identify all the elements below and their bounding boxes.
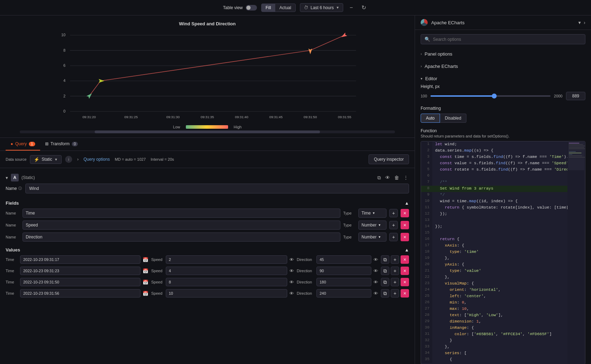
calendar-icon-3[interactable]: 📅 (142, 290, 149, 297)
time-input-wrap-0: 📅 (20, 255, 149, 264)
copy-row-1[interactable]: ⧉ (381, 267, 389, 275)
svg-rect-29 (569, 148, 585, 149)
copy-row-0[interactable]: ⧉ (381, 255, 389, 264)
table-view-switch[interactable] (246, 5, 257, 11)
svg-rect-34 (569, 157, 585, 158)
copy-icon[interactable]: ⧉ (377, 174, 382, 181)
copy-row-3[interactable]: ⧉ (381, 289, 389, 298)
del-field-speed[interactable]: × (401, 221, 409, 229)
panel-options-header[interactable]: › Panel options (415, 49, 591, 59)
type-select-time[interactable]: Time ▼ (358, 209, 386, 218)
speed-value-0[interactable] (166, 255, 288, 264)
editor-label: Editor (425, 76, 437, 81)
eye-dir-icon-0[interactable]: 👁 (373, 256, 379, 263)
add-field-direction[interactable]: + (389, 233, 398, 241)
slider-thumb[interactable] (492, 94, 497, 98)
del-row-3[interactable]: × (401, 289, 409, 298)
dropdown-chevron[interactable]: ▾ (578, 20, 581, 25)
add-row-1[interactable]: + (391, 267, 399, 275)
eye-icon[interactable]: 👁 (384, 174, 391, 181)
copy-row-2[interactable]: ⧉ (381, 278, 389, 286)
values-header[interactable]: Values ▲ (6, 244, 409, 255)
dir-value-0[interactable] (316, 255, 371, 264)
time-label-1: Time (6, 269, 18, 273)
svg-text:09:31:55: 09:31:55 (338, 115, 352, 119)
name-input[interactable] (25, 184, 409, 193)
del-row-2[interactable]: × (401, 278, 409, 286)
tab-query[interactable]: ● Query 1 (6, 138, 40, 151)
panel-close-button[interactable]: › (584, 20, 585, 25)
dir-value-3[interactable] (316, 289, 371, 298)
del-field-time[interactable]: × (401, 209, 409, 217)
auto-format-button[interactable]: Auto (421, 114, 440, 123)
options-search-input[interactable] (433, 37, 581, 42)
calendar-icon-0[interactable]: 📅 (142, 256, 149, 263)
time-value-2[interactable] (20, 278, 140, 286)
height-value-input[interactable] (566, 92, 585, 100)
calendar-icon-2[interactable]: 📅 (142, 279, 149, 286)
speed-value-1[interactable] (166, 267, 288, 275)
field-speed-input[interactable] (23, 221, 340, 230)
speed-label-3: Speed (151, 291, 164, 295)
fill-button[interactable]: Fill (262, 4, 275, 12)
editor-header[interactable]: ▾ Editor (415, 73, 591, 84)
type-select-direction[interactable]: Number ▼ (358, 232, 386, 242)
zoom-out-button[interactable]: − (347, 3, 355, 12)
delete-icon[interactable]: 🗑 (394, 174, 400, 181)
apache-echarts-chevron: › (421, 64, 422, 68)
add-field-speed[interactable]: + (389, 221, 398, 229)
refresh-button[interactable]: ↻ (359, 3, 368, 12)
time-range-picker[interactable]: ⏱ Last 6 hours ▼ (300, 3, 343, 12)
del-field-direction[interactable]: × (401, 233, 409, 241)
time-value-0[interactable] (20, 255, 140, 264)
expand-chevron[interactable]: › (76, 156, 80, 162)
formatting-buttons: Auto Disabled (421, 114, 585, 123)
info-button[interactable]: i (65, 156, 72, 163)
svg-text:4: 4 (63, 78, 65, 83)
field-time-input[interactable] (23, 209, 340, 218)
svg-rect-32 (569, 154, 572, 155)
actual-button[interactable]: Actual (275, 4, 295, 12)
eye-dir-icon-2[interactable]: 👁 (373, 279, 379, 286)
del-row-0[interactable]: × (401, 255, 409, 264)
speed-value-3[interactable] (166, 289, 288, 298)
chart-legend: Low High (6, 125, 409, 129)
time-value-1[interactable] (20, 267, 140, 275)
svg-rect-25 (569, 143, 579, 143)
datasource-select[interactable]: ⚡ Static ▼ (30, 155, 62, 164)
eye-icon-1[interactable]: 👁 (289, 268, 295, 274)
more-icon[interactable]: ⋮ (403, 174, 409, 181)
slider-min: 100 (421, 94, 427, 98)
add-row-3[interactable]: + (391, 289, 399, 298)
collapse-button[interactable]: ▾ (6, 175, 8, 180)
add-field-time[interactable]: + (389, 209, 398, 217)
query-options-link[interactable]: Query options (83, 157, 110, 162)
eye-icon-0[interactable]: 👁 (289, 256, 295, 263)
type-select-speed[interactable]: Number ▼ (358, 221, 386, 230)
slider-wrap[interactable] (430, 93, 550, 99)
field-direction-input[interactable] (23, 232, 340, 242)
apache-echarts-header[interactable]: › Apache ECharts (415, 61, 591, 72)
add-row-0[interactable]: + (391, 255, 399, 264)
disabled-format-button[interactable]: Disabled (440, 114, 467, 123)
speed-value-2[interactable] (166, 278, 288, 286)
legend-gradient (186, 125, 228, 129)
eye-icon-2[interactable]: 👁 (289, 279, 295, 286)
chart-svg: 10 8 6 4 2 0 09:31:20 09:31:25 (6, 31, 409, 122)
add-row-2[interactable]: + (391, 278, 399, 286)
query-static-label: (Static) (21, 175, 35, 180)
fields-header[interactable]: Fields ▲ (6, 198, 409, 209)
del-row-1[interactable]: × (401, 267, 409, 275)
panel-options-label: Panel options (425, 51, 452, 57)
dir-value-1[interactable] (316, 267, 371, 275)
eye-dir-icon-1[interactable]: 👁 (373, 268, 379, 274)
dir-value-2[interactable] (316, 278, 371, 286)
code-lines-container[interactable]: 1let wind; 2data.series.map((s) => { 3 c… (421, 141, 567, 364)
eye-icon-3[interactable]: 👁 (289, 290, 295, 297)
calendar-icon-1[interactable]: 📅 (142, 268, 149, 274)
slider-max: 2000 (554, 94, 562, 98)
time-value-3[interactable] (20, 289, 140, 298)
query-inspector-button[interactable]: Query inspector (369, 154, 409, 164)
eye-dir-icon-3[interactable]: 👁 (373, 290, 379, 297)
tab-transform[interactable]: ⊞ Transform 0 (40, 138, 83, 151)
